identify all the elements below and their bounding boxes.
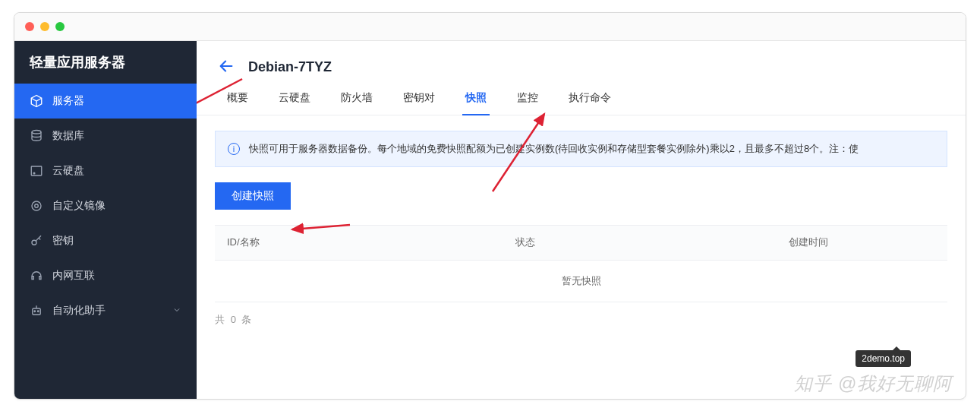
empty-text: 暂无快照 bbox=[562, 274, 601, 288]
sidebar-item[interactable]: 自动化助手 bbox=[14, 293, 197, 328]
brand-title: 轻量应用服务器 bbox=[14, 41, 197, 84]
back-button[interactable] bbox=[218, 58, 235, 77]
sidebar-item[interactable]: 云硬盘 bbox=[14, 153, 197, 188]
tab[interactable]: 云硬盘 bbox=[279, 82, 310, 115]
sidebar-item-label: 云硬盘 bbox=[52, 164, 84, 178]
key-icon bbox=[30, 234, 43, 248]
column-id: ID/名称 bbox=[227, 236, 515, 249]
tabs: 概要云硬盘防火墙密钥对快照监控执行命令 bbox=[197, 82, 966, 115]
sidebar-item-label: 内网互联 bbox=[52, 269, 95, 283]
sidebar-item-label: 数据库 bbox=[52, 129, 84, 143]
sidebar: 轻量应用服务器 服务器数据库云硬盘自定义镜像密钥内网互联自动化助手 bbox=[14, 41, 197, 399]
create-snapshot-button[interactable]: 创建快照 bbox=[215, 182, 291, 210]
sidebar-item[interactable]: 数据库 bbox=[14, 119, 197, 153]
robot-icon bbox=[30, 304, 43, 318]
tab[interactable]: 概要 bbox=[227, 82, 248, 115]
svg-point-8 bbox=[38, 311, 39, 312]
svg-point-4 bbox=[35, 204, 39, 207]
sidebar-item[interactable]: 服务器 bbox=[14, 84, 197, 119]
tab[interactable]: 执行命令 bbox=[569, 82, 611, 115]
traffic-minimize-icon[interactable] bbox=[40, 22, 49, 31]
sidebar-item-label: 密钥 bbox=[52, 234, 74, 248]
sidebar-item-label: 自定义镜像 bbox=[52, 199, 106, 213]
sidebar-item-label: 自动化助手 bbox=[52, 304, 106, 318]
svg-point-3 bbox=[32, 201, 41, 210]
traffic-zoom-icon[interactable] bbox=[55, 22, 65, 31]
tab[interactable]: 快照 bbox=[465, 82, 487, 115]
pager: 共 0 条 bbox=[215, 313, 947, 327]
database-icon bbox=[30, 129, 43, 143]
target-icon bbox=[30, 199, 43, 213]
snapshot-table: ID/名称 状态 创建时间 暂无快照 bbox=[215, 225, 947, 302]
sidebar-item-label: 服务器 bbox=[52, 94, 84, 108]
svg-point-2 bbox=[33, 172, 35, 174]
sidebar-item[interactable]: 自定义镜像 bbox=[14, 188, 197, 223]
sidebar-item[interactable]: 密钥 bbox=[14, 223, 197, 258]
tab[interactable]: 防火墙 bbox=[341, 82, 373, 115]
page-title: Debian-7TYZ bbox=[248, 59, 332, 75]
main-panel: Debian-7TYZ 概要云硬盘防火墙密钥对快照监控执行命令 i 快照可用于服… bbox=[197, 41, 966, 399]
info-icon: i bbox=[228, 143, 240, 155]
headset-icon bbox=[30, 269, 43, 283]
column-status: 状态 bbox=[515, 236, 789, 249]
tab[interactable]: 密钥对 bbox=[403, 82, 435, 115]
svg-rect-1 bbox=[31, 166, 42, 175]
svg-rect-6 bbox=[33, 308, 41, 315]
cube-icon bbox=[30, 94, 43, 108]
link-tooltip: 2demo.top bbox=[856, 350, 911, 367]
column-time: 创建时间 bbox=[789, 236, 935, 249]
info-text: 快照可用于服务器数据备份。每个地域的免费快照配额为已创建实例数(待回收实例和存储… bbox=[249, 142, 859, 156]
window-titlebar bbox=[14, 13, 966, 41]
arrow-left-icon bbox=[218, 58, 235, 74]
svg-point-0 bbox=[32, 130, 41, 134]
svg-point-7 bbox=[34, 311, 36, 312]
traffic-close-icon[interactable] bbox=[25, 22, 34, 31]
info-banner: i 快照可用于服务器数据备份。每个地域的免费快照配额为已创建实例数(待回收实例和… bbox=[215, 131, 947, 167]
sidebar-item[interactable]: 内网互联 bbox=[14, 258, 197, 293]
tab[interactable]: 监控 bbox=[517, 82, 538, 115]
chevron-down-icon bbox=[172, 305, 181, 317]
disk-icon bbox=[30, 164, 43, 178]
watermark: 知乎 @我好无聊阿 bbox=[794, 371, 952, 396]
table-empty-row: 暂无快照 bbox=[215, 261, 947, 302]
